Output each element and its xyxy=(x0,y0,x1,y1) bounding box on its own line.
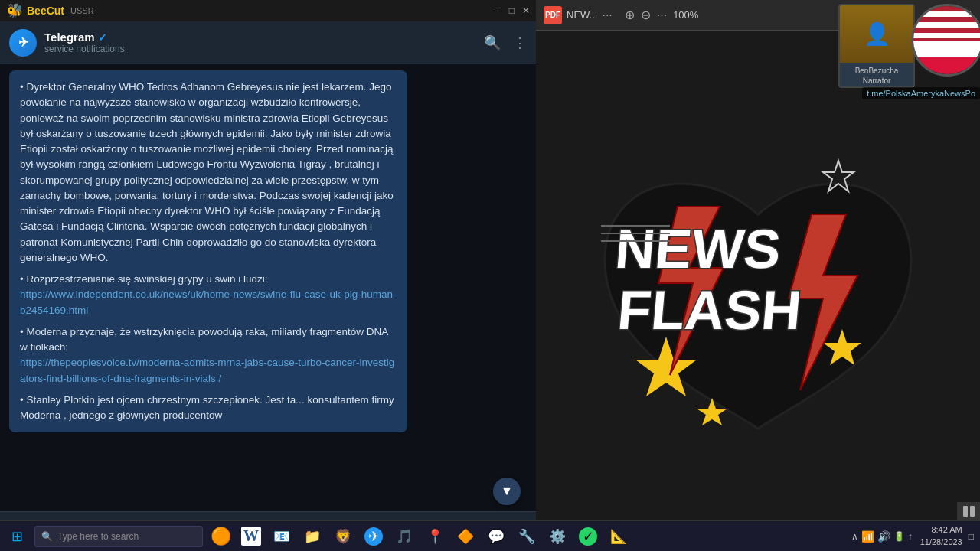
message-bullet2: • Rozprzestrzenianie się świńskiej grypy… xyxy=(20,272,397,318)
ussr-label: USSR xyxy=(70,6,94,15)
message-bubble: • Dyrektor Generalny WHO Tedros Adhanom … xyxy=(9,70,407,432)
taskbar-app-pin[interactable]: 📍 xyxy=(420,521,449,552)
bullet2-label: • Rozprzestrzenianie się świńskiej grypy… xyxy=(20,273,268,285)
pause-bar-2 xyxy=(970,506,975,517)
windows-icon: ⊞ xyxy=(11,528,23,545)
taskbar-app-10[interactable]: 🔧 xyxy=(512,521,541,552)
verified-icon: ✓ xyxy=(98,31,107,44)
tray-network-icon[interactable]: 📶 xyxy=(861,530,874,543)
time-display: 8:42 AM xyxy=(920,524,962,536)
beecut-toolbar: 🐝 BeeCut USSR ─ □ ✕ xyxy=(0,0,536,21)
bee-icon: 🐝 xyxy=(6,2,23,19)
svg-text:NEWS: NEWS xyxy=(612,218,783,279)
zoom-in-button[interactable]: ⊕ xyxy=(625,8,635,22)
minimize-button[interactable]: ─ xyxy=(495,5,501,16)
top-right-profile-area: 👤 BenBezucha Narrator t.me/PolskaAmeryka… xyxy=(766,0,980,130)
taskbar-app-outlook[interactable]: 📧 xyxy=(267,521,296,552)
beecut-logo: 🐝 BeeCut xyxy=(6,2,64,19)
pause-button[interactable] xyxy=(957,502,980,520)
taskbar-system-tray: ∧ 📶 🔊 🔋 ↑ 8:42 AM 11/28/2023 □ xyxy=(851,524,980,548)
close-button[interactable]: ✕ xyxy=(522,5,530,16)
taskbar-app-8[interactable]: 🔶 xyxy=(451,521,480,552)
taskbar-app-media[interactable]: 🎵 xyxy=(390,521,419,552)
tray-update-icon[interactable]: ↑ xyxy=(908,531,913,542)
flag-pl-colors xyxy=(913,41,980,75)
taskbar-app-12[interactable]: ✓ xyxy=(573,521,603,552)
taskbar-app-brave[interactable]: 🦁 xyxy=(328,521,358,552)
telegram-avatar: ✈ xyxy=(9,29,37,57)
pdf-toolbar-center: ⊕ ⊖ ··· 100% xyxy=(625,8,699,22)
taskbar-app-11[interactable]: ⚙️ xyxy=(543,521,572,552)
profile-avatar: 👤 xyxy=(840,5,913,63)
link1[interactable]: https://www.independent.co.uk/news/uk/ho… xyxy=(20,289,396,315)
notification-button[interactable]: □ xyxy=(969,531,974,542)
taskbar-app-telegram[interactable]: ✈ xyxy=(359,521,388,552)
date-display: 11/28/2023 xyxy=(920,536,962,548)
pdf-file-icon: PDF xyxy=(544,6,562,24)
tray-battery-icon[interactable]: 🔋 xyxy=(893,531,905,542)
tray-up-arrow[interactable]: ∧ xyxy=(851,531,858,542)
telegram-header-info: Telegram ✓ service notifications xyxy=(44,31,484,54)
pdf-filename: NEW... xyxy=(567,9,597,21)
scroll-down-button[interactable]: ▼ xyxy=(493,478,521,505)
link2[interactable]: https://thepeoplesvoice.tv/moderna-admit… xyxy=(20,357,394,383)
pdf-more-button[interactable]: ··· xyxy=(602,8,612,22)
taskbar-apps: 🟠 W 📧 📁 🦁 ✈ 🎵 📍 🔶 xyxy=(206,521,633,552)
start-button[interactable]: ⊞ xyxy=(0,521,34,552)
bullet4-label: • Stanley Plotkin jest ojcem chrzestnym … xyxy=(20,394,394,421)
taskbar-app-word[interactable]: W xyxy=(237,521,266,552)
beecut-text: BeeCut xyxy=(27,5,64,17)
maximize-button[interactable]: □ xyxy=(509,5,514,16)
more-icon[interactable]: ⋮ xyxy=(513,34,527,51)
telegram-header: ✈ Telegram ✓ service notifications 🔍 ⋮ xyxy=(0,21,536,64)
taskbar-search-text: Type here to search xyxy=(57,531,139,542)
pdf-center-more[interactable]: ··· xyxy=(657,8,667,22)
telegram-header-actions: 🔍 ⋮ xyxy=(484,34,527,51)
svg-text:FLASH: FLASH xyxy=(615,279,804,341)
message-text-main: • Dyrektor Generalny WHO Tedros Adhanom … xyxy=(20,80,397,266)
taskbar-search[interactable]: 🔍 Type here to search xyxy=(34,526,203,547)
bullet3-label: • Moderna przyznaje, że wstrzyknięcia po… xyxy=(20,326,387,353)
message-bullet4: • Stanley Plotkin jest ojcem chrzestnym … xyxy=(20,393,397,424)
taskbar: ⊞ 🔍 Type here to search 🟠 W 📧 📁 🦁 ✈ xyxy=(0,520,980,551)
taskbar-app-whatsapp[interactable]: 💬 xyxy=(482,521,511,552)
telegram-title-text: Telegram xyxy=(44,31,95,44)
telegram-messages[interactable]: • Dyrektor Generalny WHO Tedros Adhanom … xyxy=(0,64,536,511)
taskbar-time[interactable]: 8:42 AM 11/28/2023 xyxy=(920,524,962,548)
right-panel: PDF NEW... ··· ⊕ ⊖ ··· 100% ─ □ ✕ xyxy=(536,0,980,551)
zoom-out-button[interactable]: ⊖ xyxy=(641,8,651,22)
flag-us-stripes xyxy=(913,6,980,41)
taskbar-app-13[interactable]: 📐 xyxy=(604,521,633,552)
profile-name: BenBezucha Narrator xyxy=(854,63,900,86)
telegram-window: ✈ Telegram ✓ service notifications 🔍 ⋮ •… xyxy=(0,21,536,551)
pause-bar-1 xyxy=(963,506,968,517)
search-icon[interactable]: 🔍 xyxy=(484,34,501,51)
profile-card: 👤 BenBezucha Narrator xyxy=(838,4,915,88)
message-bullet3: • Moderna przyznaje, że wstrzyknięcia po… xyxy=(20,324,397,386)
telegram-subtitle: service notifications xyxy=(44,44,484,54)
flag-icon xyxy=(911,4,980,77)
window-controls: ─ □ ✕ xyxy=(495,5,530,16)
telegram-title: Telegram ✓ xyxy=(44,31,484,44)
taskbar-app-files[interactable]: 📁 xyxy=(298,521,327,552)
taskbar-search-icon: 🔍 xyxy=(41,531,53,542)
channel-link[interactable]: t.me/PolskaAmerykaNewsPo xyxy=(862,87,980,99)
tray-volume-icon[interactable]: 🔊 xyxy=(877,530,890,543)
news-flash-graphic: NEWS FLASH xyxy=(559,107,957,474)
taskbar-app-cortana[interactable]: 🟠 xyxy=(206,521,235,552)
pdf-toolbar-left: PDF NEW... ··· xyxy=(544,6,612,24)
zoom-level-label: 100% xyxy=(673,9,698,21)
